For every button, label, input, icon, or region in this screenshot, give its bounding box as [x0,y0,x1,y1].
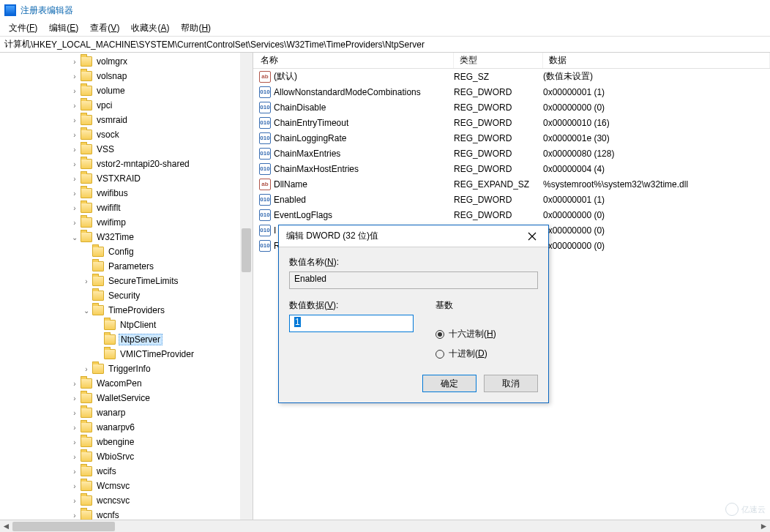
tree-item-ntpclient[interactable]: NtpClient [0,318,253,332]
tree-item-volume[interactable]: ›volume [0,83,253,98]
chevron-right-icon[interactable]: › [70,174,79,183]
menu-edit[interactable]: 编辑(E) [43,20,84,36]
tree-hscrollbar[interactable]: ◄ ► [0,520,770,532]
chevron-right-icon[interactable]: › [70,189,79,198]
menu-favorites[interactable]: 收藏夹(A) [125,20,175,36]
value-row[interactable]: 010EnabledREG_DWORD0x00000001 (1) [253,192,770,207]
column-name[interactable]: 名称 [253,53,454,68]
value-data: (数值未设置) [543,70,770,83]
scroll-left-icon[interactable]: ◄ [0,520,12,532]
ok-button[interactable]: 确定 [422,375,476,392]
value-row[interactable]: ab(默认)REG_SZ(数值未设置) [253,69,770,84]
chevron-right-icon[interactable]: › [70,423,79,432]
column-data[interactable]: 数据 [543,53,770,68]
chevron-right-icon[interactable]: › [70,101,79,110]
chevron-right-icon[interactable]: › [70,394,79,402]
chevron-down-icon[interactable]: ⌄ [70,233,79,241]
tree-item-wcncsvc[interactable]: ›wcncsvc [0,493,253,508]
tree-item-wacompen[interactable]: ›WacomPen [0,376,253,391]
chevron-right-icon[interactable]: › [70,511,79,520]
column-type[interactable]: 类型 [454,53,543,68]
chevron-right-icon[interactable]: › [70,86,79,95]
radio-dec[interactable]: 十进制(D) [436,348,496,360]
tree-item-parameters[interactable]: Parameters [0,259,253,274]
radio-hex[interactable]: 十六进制(H) [436,328,496,340]
chevron-right-icon[interactable]: › [70,218,79,227]
tree-pane[interactable]: ›volmgrx›volsnap›volume›vpci›vsmraid›vso… [0,53,253,520]
tree-item-vsmraid[interactable]: ›vsmraid [0,113,253,127]
tree-item-wbiosrvc[interactable]: ›WbioSrvc [0,449,253,464]
chevron-right-icon[interactable]: › [70,203,79,212]
columns-header[interactable]: 名称 类型 数据 [253,53,770,69]
chevron-right-icon[interactable]: › [70,160,79,168]
tree-scrollbar[interactable] [240,53,253,520]
tree-item-w32time[interactable]: ⌄W32Time [0,230,253,244]
chevron-right-icon[interactable]: › [70,72,79,80]
tree-item-ntpserver[interactable]: NtpServer [0,332,253,347]
tree-item-securetimelimits[interactable]: ›SecureTimeLimits [0,274,253,288]
menu-help[interactable]: 帮助(H) [175,20,217,36]
value-name: ChainDisable [274,102,326,113]
tree-item-wanarpv6[interactable]: ›wanarpv6 [0,420,253,435]
tree-item-triggerinfo[interactable]: ›TriggerInfo [0,361,253,376]
menu-view[interactable]: 查看(V) [84,20,125,36]
value-row[interactable]: 010ChainMaxEntriesREG_DWORD0x00000080 (1… [253,146,770,161]
chevron-right-icon[interactable]: › [70,116,79,124]
cancel-button[interactable]: 取消 [484,375,538,392]
tree-item-vwififlt[interactable]: ›vwififlt [0,201,253,215]
chevron-right-icon[interactable]: › [70,130,79,139]
value-row[interactable]: 010EventLogFlagsREG_DWORD0x00000000 (0) [253,207,770,222]
value-data-field[interactable]: 1 [289,315,414,332]
tree-item-timeproviders[interactable]: ⌄TimeProviders [0,303,253,318]
chevron-right-icon[interactable]: › [70,379,79,388]
chevron-right-icon[interactable]: › [82,277,91,285]
value-name: (默认) [274,70,297,83]
regedit-icon [4,4,16,16]
tree-item-label: VSS [95,144,116,154]
tree-item-config[interactable]: Config [0,244,253,259]
folder-icon [81,144,92,154]
tree-item-vwifimp[interactable]: ›vwifimp [0,215,253,230]
tree-item-wanarp[interactable]: ›wanarp [0,405,253,420]
chevron-right-icon[interactable]: › [82,364,91,373]
scroll-thumb[interactable] [12,522,115,531]
value-row[interactable]: abDllNameREG_EXPAND_SZ%systemroot%\syste… [253,176,770,192]
tree-item-wcifs[interactable]: ›wcifs [0,464,253,479]
chevron-right-icon[interactable]: › [70,145,79,154]
value-row[interactable]: 010ChainMaxHostEntriesREG_DWORD0x0000000… [253,161,770,176]
chevron-right-icon[interactable]: › [70,452,79,461]
tree-item-vstor2-mntapi20-shared[interactable]: ›vstor2-mntapi20-shared [0,157,253,171]
scroll-right-icon[interactable]: ► [758,520,770,532]
chevron-right-icon[interactable]: › [70,408,79,417]
value-data: 0x00000010 (16) [543,118,770,128]
value-data: 0x00000004 (4) [543,164,770,174]
value-row[interactable]: 010ChainDisableREG_DWORD0x00000000 (0) [253,100,770,115]
chevron-down-icon[interactable]: ⌄ [82,306,91,315]
tree-item-volsnap[interactable]: ›volsnap [0,69,253,83]
tree-item-wcmsvc[interactable]: ›Wcmsvc [0,479,253,493]
tree-item-wcnfs[interactable]: ›wcnfs [0,508,253,520]
tree-item-vpci[interactable]: ›vpci [0,98,253,113]
chevron-right-icon[interactable]: › [70,57,79,66]
chevron-right-icon[interactable]: › [70,482,79,490]
binary-value-icon: 010 [259,209,271,221]
tree-item-vsock[interactable]: ›vsock [0,127,253,142]
addressbar[interactable]: 计算机\HKEY_LOCAL_MACHINE\SYSTEM\CurrentCon… [0,37,770,53]
value-row[interactable]: 010ChainLoggingRateREG_DWORD0x0000001e (… [253,130,770,146]
tree-item-volmgrx[interactable]: ›volmgrx [0,54,253,69]
tree-item-walletservice[interactable]: ›WalletService [0,391,253,405]
tree-item-wbengine[interactable]: ›wbengine [0,435,253,449]
tree-item-vss[interactable]: ›VSS [0,142,253,157]
chevron-right-icon[interactable]: › [70,496,79,505]
tree-item-vmictimeprovider[interactable]: VMICTimeProvider [0,347,253,361]
close-button[interactable] [519,226,545,247]
tree-item-vwifibus[interactable]: ›vwifibus [0,186,253,201]
value-row[interactable]: 010ChainEntryTimeoutREG_DWORD0x00000010 … [253,115,770,130]
value-row[interactable]: 010AllowNonstandardModeCombinationsREG_D… [253,84,770,100]
chevron-right-icon[interactable]: › [70,438,79,446]
address-path: \HKEY_LOCAL_MACHINE\SYSTEM\CurrentContro… [31,40,425,50]
chevron-right-icon[interactable]: › [70,467,79,476]
tree-item-vstxraid[interactable]: ›VSTXRAID [0,171,253,186]
menu-file[interactable]: 文件(F) [3,20,43,36]
tree-item-security[interactable]: Security [0,288,253,303]
